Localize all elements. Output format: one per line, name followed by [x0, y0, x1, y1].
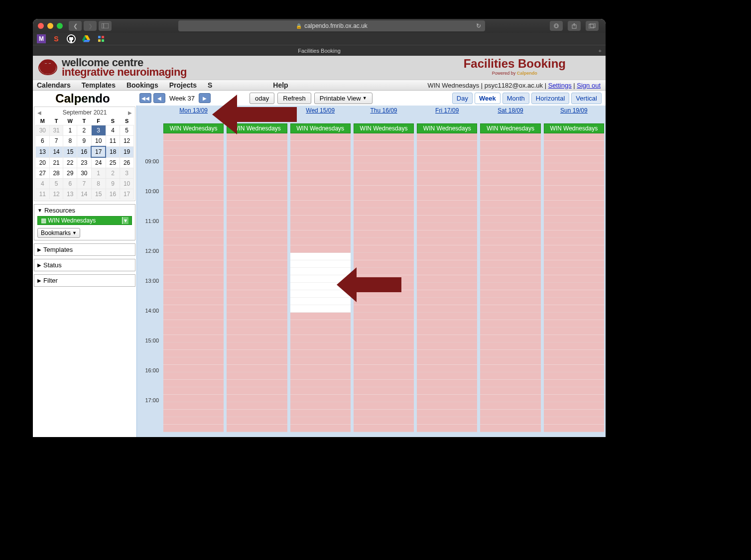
mini-cal-day[interactable]: 30: [36, 125, 50, 136]
time-slot[interactable]: [480, 268, 540, 275]
time-slot[interactable]: [417, 350, 477, 357]
day-header[interactable]: Thu 16/09: [352, 106, 415, 116]
time-slot[interactable]: [544, 417, 604, 425]
time-slot[interactable]: [417, 365, 477, 372]
time-slot[interactable]: [163, 357, 224, 365]
mini-cal-day[interactable]: 25: [106, 157, 120, 168]
time-slot[interactable]: [354, 387, 414, 395]
time-slot[interactable]: [480, 156, 540, 163]
time-slot[interactable]: [354, 208, 414, 216]
time-slot[interactable]: [480, 201, 540, 208]
back-button[interactable]: ❮: [69, 21, 82, 31]
time-slot[interactable]: [544, 223, 604, 230]
time-slot[interactable]: [417, 357, 477, 365]
time-slot[interactable]: [163, 148, 224, 156]
time-slot[interactable]: [417, 230, 477, 238]
time-slot[interactable]: [354, 342, 414, 350]
time-slot[interactable]: [290, 178, 351, 186]
filter-panel[interactable]: ▶Filter: [34, 274, 135, 287]
time-slot[interactable]: [227, 275, 287, 283]
mini-cal-day[interactable]: 13: [63, 189, 77, 200]
share-button[interactable]: [568, 21, 581, 31]
next-button[interactable]: ▶: [199, 93, 211, 103]
time-slot[interactable]: [290, 216, 351, 223]
time-slot[interactable]: [227, 402, 287, 410]
time-slot[interactable]: [417, 171, 477, 178]
time-slot[interactable]: [417, 298, 477, 305]
mini-cal-day[interactable]: 10: [120, 179, 134, 189]
time-slot[interactable]: [290, 320, 351, 328]
time-slot[interactable]: [480, 133, 540, 141]
time-slot[interactable]: [227, 380, 287, 387]
time-slot[interactable]: [480, 335, 540, 342]
time-slot[interactable]: [544, 350, 604, 357]
time-slot[interactable]: [163, 335, 224, 342]
time-slot[interactable]: [417, 275, 477, 283]
time-slot[interactable]: [163, 410, 224, 417]
time-slot[interactable]: [544, 320, 604, 328]
time-slot[interactable]: [354, 313, 414, 320]
time-slot[interactable]: [480, 253, 540, 260]
time-slot[interactable]: [290, 365, 351, 372]
time-slot[interactable]: [544, 372, 604, 380]
time-slot[interactable]: [417, 141, 477, 148]
time-slot[interactable]: [163, 283, 224, 290]
time-slot[interactable]: [480, 141, 540, 148]
time-slot[interactable]: [163, 305, 224, 313]
time-slot[interactable]: [227, 283, 287, 290]
mini-cal-next[interactable]: ▶: [128, 110, 132, 115]
time-slot[interactable]: [354, 395, 414, 402]
time-slot[interactable]: [354, 178, 414, 186]
time-slot[interactable]: [544, 402, 604, 410]
time-slot[interactable]: [227, 350, 287, 357]
time-slot[interactable]: [227, 357, 287, 365]
time-slot[interactable]: [290, 387, 351, 395]
time-slot[interactable]: [227, 417, 287, 425]
time-slot[interactable]: [163, 342, 224, 350]
time-slot[interactable]: [544, 148, 604, 156]
time-slot[interactable]: [163, 290, 224, 298]
time-slot[interactable]: [354, 223, 414, 230]
time-slot[interactable]: [544, 335, 604, 342]
time-slot[interactable]: [417, 193, 477, 201]
mini-cal-day[interactable]: 1: [63, 125, 77, 136]
time-slot[interactable]: [290, 380, 351, 387]
mini-cal-day[interactable]: 9: [106, 179, 120, 189]
time-slot[interactable]: [227, 335, 287, 342]
time-slot[interactable]: [290, 417, 351, 425]
time-slot[interactable]: [354, 163, 414, 171]
time-slot[interactable]: [480, 328, 540, 335]
time-slot[interactable]: [227, 156, 287, 163]
mini-cal-day[interactable]: 15: [63, 146, 77, 157]
time-slot[interactable]: [290, 201, 351, 208]
time-slot[interactable]: [480, 186, 540, 193]
time-slot[interactable]: [227, 365, 287, 372]
settings-link[interactable]: Settings: [548, 82, 572, 89]
bookmarks-button[interactable]: Bookmarks▼: [37, 228, 80, 238]
time-slot[interactable]: [227, 387, 287, 395]
time-slot[interactable]: [544, 141, 604, 148]
time-slot[interactable]: [227, 328, 287, 335]
time-slot[interactable]: [544, 357, 604, 365]
day-header[interactable]: Sun 19/09: [542, 106, 606, 116]
mini-cal-day[interactable]: 14: [77, 189, 91, 200]
time-slot[interactable]: [290, 342, 351, 350]
time-slot[interactable]: [354, 305, 414, 313]
mini-cal-day[interactable]: 9: [77, 136, 91, 147]
time-slot[interactable]: [544, 410, 604, 417]
time-slot[interactable]: [290, 141, 351, 148]
time-slot[interactable]: [290, 372, 351, 380]
resource-dropdown-icon[interactable]: ▾: [122, 217, 128, 224]
time-slot[interactable]: [354, 245, 414, 253]
mini-cal-day[interactable]: 6: [36, 136, 50, 147]
time-slot[interactable]: [354, 156, 414, 163]
mini-cal-day[interactable]: 23: [77, 157, 91, 168]
time-slot[interactable]: [480, 178, 540, 186]
menu-s[interactable]: S: [208, 81, 212, 89]
time-slot[interactable]: [354, 328, 414, 335]
time-slot[interactable]: [163, 230, 224, 238]
time-slot[interactable]: [227, 178, 287, 186]
time-slot[interactable]: [417, 305, 477, 313]
time-slot[interactable]: [227, 163, 287, 171]
time-slot[interactable]: [480, 260, 540, 268]
